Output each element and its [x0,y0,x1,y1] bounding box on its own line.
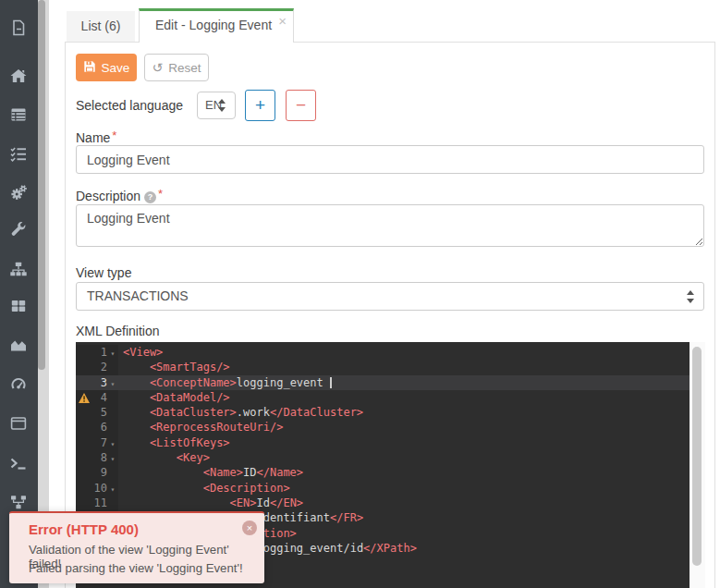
code-line[interactable]: 9 <Name>ID</Name> [76,465,689,480]
code-text: <DataCluster>.work</DataCluster> [118,405,363,420]
remove-language-button[interactable]: − [286,90,316,121]
gutter-cell[interactable]: 10▾ [76,481,118,496]
line-number: 10 [76,481,107,496]
gutter-cell[interactable]: 4 [76,390,118,405]
selected-language-label: Selected language [76,98,183,113]
code-text: <DataModel/> [118,390,230,405]
view-type-label: View type [76,265,131,280]
line-number: 5 [76,405,107,420]
code-line[interactable]: 11 <EN>Id</EN> [76,496,689,510]
code-line[interactable]: 1▾<View> [76,345,689,360]
code-line[interactable]: 8▾ <Key> [76,450,689,465]
code-text: <EN>Id</EN> [118,496,303,510]
code-text: <Key> [118,450,210,465]
required-asterisk: * [112,129,116,142]
save-button[interactable]: Save [76,54,137,81]
xml-definition-label: XML Definition [76,324,160,338]
editor-scrollbar[interactable] [689,342,705,588]
line-number: 2 [76,360,107,374]
code-text: <Name>ID</Name> [118,465,303,480]
line-number: 3 [76,375,107,390]
required-asterisk: * [158,187,163,201]
tab-edit-logging-event[interactable]: Edit - Logging Event × [139,8,294,43]
terminal-icon[interactable] [9,454,29,473]
gutter-cell[interactable]: 9 [76,465,118,480]
code-line[interactable]: 5 <DataCluster>.work</DataCluster> [76,405,689,420]
gutter-cell[interactable]: 1▾ [76,345,118,360]
code-line[interactable]: 2 <SmartTags/> [76,360,689,374]
help-icon[interactable]: ? [144,191,156,203]
name-label-text: Name [76,130,110,145]
nodes-icon[interactable] [9,493,29,512]
wrench-icon[interactable] [9,221,29,240]
gutter-cell[interactable]: 11 [76,496,118,510]
line-number: 1 [76,345,107,360]
code-text: <ListOfKeys> [118,435,230,450]
error-toast-message-2: Failed parsing the view 'Logging Event'! [29,561,243,575]
toast-close-icon[interactable]: × [242,521,257,535]
page-scrollbar[interactable] [38,0,49,588]
gauge-icon[interactable] [9,375,29,395]
gutter-cell[interactable]: 6 [76,420,118,435]
name-label: Name* [76,129,116,145]
tab-close-icon[interactable]: × [278,14,287,28]
code-line[interactable]: 6 <ReprocessRouteUri/> [76,420,689,435]
editor-scrollbar-thumb[interactable] [692,347,702,566]
table-list-icon[interactable] [9,105,29,125]
gutter-cell[interactable]: 3▾ [76,375,118,390]
gears-icon[interactable] [9,183,29,202]
name-input[interactable] [76,145,704,174]
reset-button-label: Reset [168,61,201,75]
description-label: Description?* [76,187,163,203]
gutter-cell[interactable]: 2 [76,360,118,374]
select-stepper-icon [218,99,226,112]
line-number: 8 [76,450,107,465]
code-line[interactable]: 10▾ <Description> [76,481,689,496]
add-language-button[interactable]: + [245,90,275,121]
line-number: 6 [76,420,107,435]
file-icon[interactable] [9,18,29,38]
page-scrollbar-thumb[interactable] [38,0,45,370]
code-text: <Description> [118,481,290,496]
line-number: 7 [76,435,107,450]
error-toast-title: Error (HTTP 400) [29,521,139,537]
save-button-label: Save [102,61,130,75]
save-icon [83,60,96,76]
code-line[interactable]: 4 <DataModel/> [76,390,689,405]
window-icon[interactable] [9,414,29,434]
view-type-select[interactable]: TRANSACTIONS [76,282,704,311]
code-text: <ConceptName>logging_event [118,375,332,390]
description-label-text: Description [76,189,140,203]
sitemap-icon[interactable] [9,260,29,279]
line-number: 11 [76,496,107,510]
description-textarea[interactable]: Logging Event [76,204,704,247]
sidebar [0,0,38,588]
code-line[interactable]: 3▾ <ConceptName>logging_event [76,375,689,390]
code-line[interactable]: 7▾ <ListOfKeys> [76,435,689,450]
language-select[interactable]: EN [197,92,236,119]
gutter-cell[interactable]: 7▾ [76,435,118,450]
code-text: <ReprocessRouteUri/> [118,420,283,435]
line-number: 9 [76,465,107,480]
view-type-value: TRANSACTIONS [87,288,189,303]
app-window: List (6) Edit - Logging Event × Save ↺ R… [0,0,720,588]
reset-icon: ↺ [152,61,163,74]
error-toast: Error (HTTP 400) Validation of the view … [9,511,264,583]
text-cursor [330,377,332,388]
tab-list[interactable]: List (6) [67,11,135,42]
code-text: <SmartTags/> [118,360,230,374]
select-stepper-icon [687,290,694,303]
home-icon[interactable] [9,67,29,86]
code-text: <View> [118,345,163,360]
chart-area-icon[interactable] [9,336,29,355]
gutter-cell[interactable]: 5 [76,405,118,420]
grid-icon[interactable] [9,297,29,316]
gutter-cell[interactable]: 8▾ [76,450,118,465]
reset-button[interactable]: ↺ Reset [144,54,209,81]
tasks-icon[interactable] [9,144,29,164]
tab-edit-label: Edit - Logging Event [155,18,272,32]
